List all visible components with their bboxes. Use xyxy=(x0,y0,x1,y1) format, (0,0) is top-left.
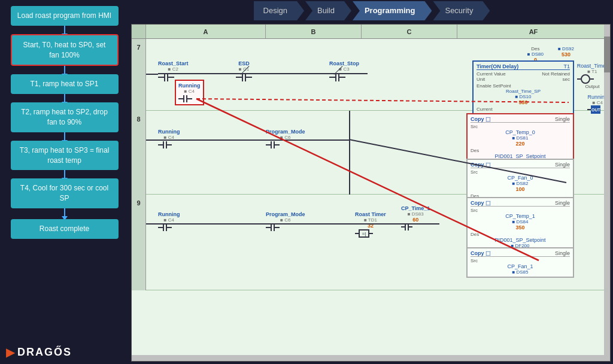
flow-box-7[interactable]: Roast complete xyxy=(11,219,119,239)
col-B: B xyxy=(266,25,362,38)
copy-box-fan1: Copy ⬚ Single Src CP_Fan_1 ■ DS85 xyxy=(466,247,574,278)
flow-arrow-5 xyxy=(64,170,65,178)
logo-icon: ▶ xyxy=(6,345,15,359)
h-rail-7 xyxy=(158,73,368,74)
flow-box-1[interactable]: Load roast program from HMI xyxy=(11,6,119,26)
contact-roast-timer-9: Roast Timer ■ TD1 32 =| xyxy=(355,211,386,238)
top-nav: Design Build Programming Security xyxy=(132,0,613,22)
nav-design[interactable]: Design xyxy=(254,1,304,20)
flow-arrow-1 xyxy=(64,26,65,34)
horizontal-scrollbar[interactable] xyxy=(132,355,604,361)
flow-arrow-2 xyxy=(64,66,65,74)
logo-text: DRAGŐS xyxy=(17,346,72,359)
h-rail-9 xyxy=(146,223,439,225)
contact-cp-time1-9: CP_Time_1 ■ DS83 60 xyxy=(401,205,430,230)
flow-box-4[interactable]: T2, ramp heat to SP2, drop fan to 90% xyxy=(11,102,119,132)
col-AF: AF xyxy=(457,25,610,38)
flow-box-6[interactable]: T4, Cool for 300 sec or cool SP xyxy=(11,178,119,208)
contact-program-mode-8: Program_Mode ■ C6 xyxy=(266,129,305,148)
contact-running-highlighted: Running ■ C4 xyxy=(175,80,204,105)
flow-box-2[interactable]: Start, T0, heat to SP0, set fan 100% xyxy=(11,34,119,66)
column-headers: A B C AF xyxy=(132,25,610,39)
contact-running-9: Running ■ C4 xyxy=(158,211,180,231)
logo-area: ▶ DRAGŐS xyxy=(6,345,72,359)
h-rail-8 xyxy=(146,139,350,141)
rung-number-8: 8 xyxy=(132,111,146,195)
main-area: A B C AF 7 Roast_Start ■ C2 xyxy=(129,22,613,364)
flow-arrow-6 xyxy=(64,208,65,217)
vertical-scrollbar[interactable] xyxy=(604,25,610,361)
flow-arrow-4 xyxy=(64,132,65,141)
rung-7: 7 Roast_Start ■ C2 xyxy=(132,39,610,111)
ladder-body: 7 Roast_Start ■ C2 xyxy=(132,39,610,361)
v-branch-8 xyxy=(349,111,350,195)
nav-security[interactable]: Security xyxy=(433,1,490,20)
flow-box-3[interactable]: T1, ramp heat to SP1 xyxy=(11,74,119,94)
col-A: A xyxy=(146,25,266,38)
scrollbar-thumb[interactable] xyxy=(604,37,610,72)
flow-box-5[interactable]: T3, ramp heat to SP3 = final roast temp xyxy=(11,141,119,171)
flow-arrow-3 xyxy=(64,94,65,102)
col-C: C xyxy=(362,25,457,38)
contact-esd: ESD ■ C1 xyxy=(236,60,252,81)
nav-programming[interactable]: Programming xyxy=(353,1,432,20)
rung-number-7: 7 xyxy=(132,39,146,111)
rung-8: 8 Running ■ C4 Prog xyxy=(132,111,610,195)
sidebar: Load roast program from HMI Start, T0, h… xyxy=(0,0,129,364)
rung-9: 9 Running ■ C4 Prog xyxy=(132,195,610,290)
nav-build[interactable]: Build xyxy=(305,1,351,20)
power-rail-left-7 xyxy=(146,74,158,75)
output-roast-timer: Roast_Timer ■ T1 Output xyxy=(577,63,608,89)
contact-roast-stop: Roast_Stop ■ C3 xyxy=(329,60,359,81)
contact-roast-start: Roast_Start ■ C2 xyxy=(158,60,189,81)
ladder-container: A B C AF 7 Roast_Start ■ C2 xyxy=(131,24,611,362)
contact-program-mode-9: Program_Mode ■ C6 xyxy=(266,211,305,231)
contact-running-8: Running ■ C4 xyxy=(158,129,180,148)
rung-number-9: 9 xyxy=(132,195,146,290)
